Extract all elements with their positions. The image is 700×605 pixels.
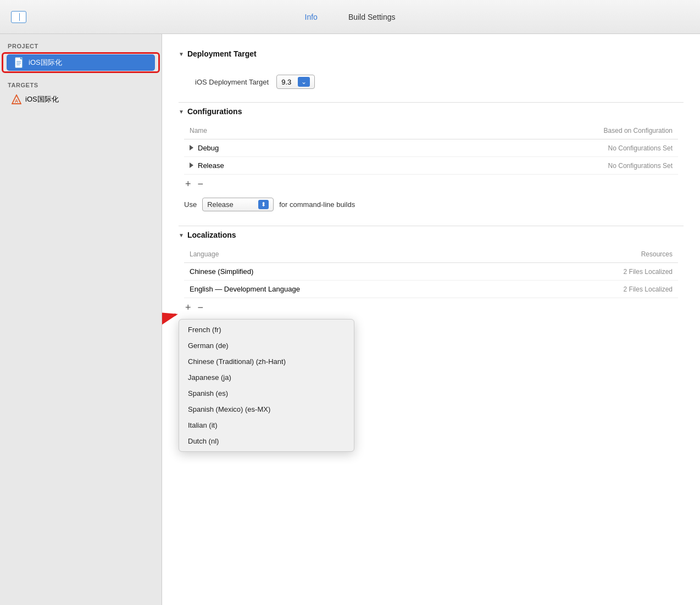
use-chevron-icon: ⬍: [258, 200, 269, 209]
config-name-cell: Debug: [184, 139, 363, 157]
divider-2: [179, 226, 684, 226]
deployment-target-section: ▼ Deployment Target iOS Deployment Targe…: [179, 49, 684, 97]
localizations-header: ▼ Localizations: [179, 231, 684, 239]
table-row: Release No Configurations Set: [184, 157, 678, 175]
language-dropdown-item[interactable]: Japanese (ja): [179, 369, 354, 385]
sidebar-item-target[interactable]: A iOS国际化: [3, 91, 158, 108]
divider-1: [179, 102, 684, 103]
loc-resources-cell: 2 Files Localized: [514, 263, 678, 281]
toolbar-left: [11, 11, 26, 23]
sidebar-toggle-button[interactable]: [11, 11, 26, 23]
tab-build-settings[interactable]: Build Settings: [344, 10, 400, 24]
deployment-target-label: iOS Deployment Target: [195, 78, 269, 86]
document-icon: [14, 57, 25, 68]
col-based-on-header: Based on Configuration: [363, 125, 678, 139]
localizations-title: Localizations: [187, 231, 236, 239]
localizations-section: ▼ Localizations Language Resources Chine…: [179, 231, 684, 317]
configurations-section: ▼ Configurations Name Based on Configura…: [179, 107, 684, 220]
col-language-header: Language: [184, 248, 514, 263]
config-name-cell: Release: [184, 157, 363, 175]
table-row: Chinese (Simplified) 2 Files Localized: [184, 263, 678, 281]
localizations-table: Language Resources Chinese (Simplified) …: [184, 248, 678, 298]
sidebar-toggle-icon: [15, 13, 20, 21]
language-dropdown-item[interactable]: French (fr): [179, 322, 354, 338]
configurations-title: Configurations: [187, 107, 242, 116]
deployment-target-value: 9.3: [281, 78, 291, 86]
localizations-triangle-icon[interactable]: ▼: [179, 232, 184, 238]
loc-language-cell: Chinese (Simplified): [184, 263, 514, 281]
deployment-triangle-icon[interactable]: ▼: [179, 51, 184, 57]
language-dropdown-item[interactable]: Dutch (nl): [179, 433, 354, 449]
configurations-header: ▼ Configurations: [179, 107, 684, 116]
language-dropdown-item[interactable]: Chinese (Traditional) (zh-Hant): [179, 354, 354, 369]
configurations-remove-button[interactable]: −: [197, 179, 205, 189]
project-section-label: PROJECT: [0, 40, 162, 52]
toolbar-tabs: Info Build Settings: [301, 10, 400, 24]
table-row: Debug No Configurations Set: [184, 139, 678, 157]
use-configuration-value: Release: [207, 200, 234, 209]
localizations-plus-minus: + − French (fr)German (de)Chinese (Tradi…: [179, 298, 684, 317]
target-item-label: iOS国际化: [25, 94, 59, 104]
project-item-highlight: iOS国际化: [2, 52, 160, 73]
config-based-on-cell: No Configurations Set: [363, 157, 678, 175]
language-dropdown-item[interactable]: Spanish (es): [179, 385, 354, 401]
localizations-add-button[interactable]: +: [184, 302, 192, 312]
tab-info[interactable]: Info: [301, 10, 322, 24]
use-configuration-select[interactable]: Release ⬍: [202, 198, 274, 211]
language-dropdown-item[interactable]: German (de): [179, 338, 354, 354]
sidebar-item-project[interactable]: iOS国际化: [7, 54, 155, 71]
targets-section-label: TARGETS: [0, 79, 162, 91]
configurations-triangle-icon[interactable]: ▼: [179, 109, 184, 115]
table-row: English — Development Language 2 Files L…: [184, 281, 678, 298]
use-suffix-label: for command-line builds: [279, 200, 355, 209]
col-resources-header: Resources: [514, 248, 678, 263]
localizations-table-container: Language Resources Chinese (Simplified) …: [179, 248, 684, 298]
configurations-add-button[interactable]: +: [184, 179, 192, 189]
loc-language-cell: English — Development Language: [184, 281, 514, 298]
localizations-remove-button[interactable]: −: [197, 302, 205, 312]
expand-arrow-icon[interactable]: [190, 145, 193, 150]
language-dropdown-item[interactable]: Italian (it): [179, 417, 354, 433]
main-layout: PROJECT iOS国际化 TARGETS: [0, 34, 700, 605]
content-area: ▼ Deployment Target iOS Deployment Targe…: [162, 34, 700, 605]
col-name-header: Name: [184, 125, 363, 139]
use-configuration-row: Use Release ⬍ for command-line builds: [179, 193, 684, 220]
project-item-label: iOS国际化: [29, 58, 62, 68]
expand-arrow-icon[interactable]: [190, 163, 193, 168]
config-based-on-cell: No Configurations Set: [363, 139, 678, 157]
language-dropdown: French (fr)German (de)Chinese (Tradition…: [179, 319, 354, 452]
deployment-target-title: Deployment Target: [187, 49, 257, 58]
configurations-table: Name Based on Configuration Debug No Con…: [184, 125, 678, 175]
language-dropdown-item[interactable]: Spanish (Mexico) (es-MX): [179, 401, 354, 417]
loc-resources-cell: 2 Files Localized: [514, 281, 678, 298]
deployment-chevron-icon: ⌄: [298, 77, 310, 87]
deployment-target-row: iOS Deployment Target 9.3 ⌄: [179, 67, 684, 97]
configurations-table-container: Name Based on Configuration Debug No Con…: [179, 125, 684, 175]
sidebar: PROJECT iOS国际化 TARGETS: [0, 34, 162, 605]
deployment-target-select[interactable]: 9.3 ⌄: [276, 75, 315, 89]
target-icon: A: [11, 94, 22, 105]
svg-line-8: [162, 315, 176, 339]
svg-text:A: A: [15, 98, 19, 104]
deployment-target-header: ▼ Deployment Target: [179, 49, 684, 58]
toolbar: Info Build Settings: [0, 0, 700, 34]
configurations-plus-minus: + −: [179, 175, 684, 193]
use-label: Use: [184, 200, 197, 209]
